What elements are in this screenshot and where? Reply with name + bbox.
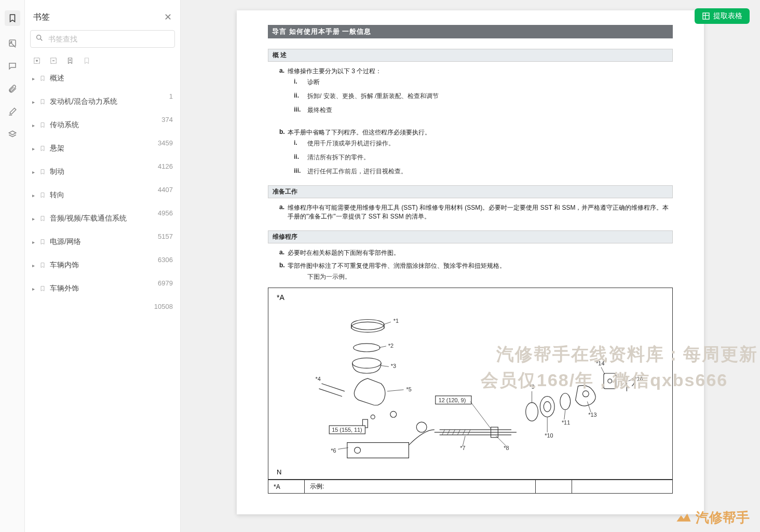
bookmark-label: 发动机/混合动力系统 <box>50 97 173 106</box>
bookmark-icon <box>39 238 47 245</box>
attachment-icon[interactable] <box>7 83 18 94</box>
bookmark-item[interactable]: ▸ 传动系统 <box>30 117 175 133</box>
signature-icon[interactable] <box>7 106 18 117</box>
proc-b-sub: 下图为一示例。 <box>307 272 351 281</box>
svg-line-61 <box>587 402 591 413</box>
svg-text:*5: *5 <box>406 386 411 392</box>
bookmark-label: 传动系统 <box>50 120 173 130</box>
bookmark-icon <box>39 75 47 82</box>
add-bookmark-icon[interactable] <box>32 56 42 65</box>
svg-point-29 <box>582 391 589 397</box>
bookmark-icon <box>39 262 47 269</box>
bookmark-label: 概述 <box>50 74 173 83</box>
bookmark-tree: ▸ 概述 1 ▸ 发动机/混合动力系统 374 ▸ 传动系统 3459 ▸ 悬架… <box>30 71 175 525</box>
prep-a: 维修程序中有可能需要使用维修专用工具 (SST) 和维修专用材料 (SSM)。必… <box>288 203 673 221</box>
svg-point-16 <box>416 422 427 432</box>
layers-icon[interactable] <box>7 129 18 140</box>
bookmark-label: 车辆外饰 <box>50 284 173 293</box>
remove-bookmark-icon[interactable] <box>49 56 58 65</box>
svg-rect-30 <box>604 373 616 389</box>
item-b-iii: 进行任何工作前后，进行目视检查。 <box>307 167 407 176</box>
svg-line-53 <box>381 365 389 366</box>
bookmark-icon <box>39 215 47 222</box>
bookmark-icon <box>39 285 47 292</box>
item-a-text: 维修操作主要分为以下 3 个过程： <box>288 67 673 76</box>
bookmark-icon[interactable] <box>5 10 20 26</box>
proc-a: 必要时在相关标题的下面附有零部件图。 <box>288 249 673 257</box>
item-a-iii: 最终检查 <box>307 106 332 115</box>
svg-text:*13: *13 <box>588 412 596 418</box>
bookmark-item[interactable]: ▸ 制动 <box>30 164 175 180</box>
bookmark-item[interactable]: ▸ 概述 <box>30 71 175 86</box>
page-header-bar: 导言 如何使用本手册 一般信息 <box>268 25 673 38</box>
brand-watermark: 汽修帮手 <box>675 509 750 527</box>
bookmark-item[interactable]: ▸ 车辆外饰 <box>30 281 175 296</box>
svg-point-25 <box>526 403 538 421</box>
svg-text:12 (120, 9): 12 (120, 9) <box>439 397 466 403</box>
document-viewport[interactable]: 提取表格 导言 如何使用本手册 一般信息 概 述 a.维修操作主要分为以下 3 … <box>181 0 760 532</box>
bookmark-label: 音频/视频/车载通信系统 <box>50 214 173 223</box>
comment-icon[interactable] <box>7 60 18 72</box>
chevron-right-icon: ▸ <box>32 286 38 292</box>
chevron-right-icon: ▸ <box>32 76 38 81</box>
bookmark-label: 制动 <box>50 167 173 176</box>
svg-text:*6: *6 <box>331 447 336 454</box>
svg-line-63 <box>628 379 632 381</box>
svg-line-54 <box>387 390 404 391</box>
bookmark-item[interactable]: ▸ 发动机/混合动力系统 <box>30 94 175 110</box>
bookmark-label: 悬架 <box>50 144 173 153</box>
search-box <box>30 30 175 48</box>
close-icon[interactable]: ✕ <box>164 11 172 23</box>
svg-point-15 <box>355 447 361 454</box>
svg-text:15 (155, 11): 15 (155, 11) <box>332 427 362 433</box>
chevron-right-icon: ▸ <box>32 99 38 105</box>
svg-point-27 <box>544 402 551 412</box>
svg-line-57 <box>496 436 506 446</box>
svg-point-26 <box>540 397 554 417</box>
legend-col2: 示例: <box>305 480 536 494</box>
bookmark-icon <box>39 98 47 105</box>
bookmark-item[interactable]: ▸ 音频/视频/车载通信系统 <box>30 211 175 226</box>
extract-table-button[interactable]: 提取表格 <box>695 8 750 24</box>
svg-point-31 <box>608 379 612 383</box>
svg-point-9 <box>352 358 381 369</box>
svg-line-64 <box>470 402 491 429</box>
svg-text:*11: *11 <box>562 419 570 426</box>
chevron-right-icon: ▸ <box>32 169 38 175</box>
bookmark-toolbar <box>30 53 175 71</box>
item-b-i: 使用千斤顶或举升机进行操作。 <box>307 139 395 148</box>
exploded-view-svg: *1 *2 *3 *4 *5 *6 *7 *8 *9 *10 *11 12 (1… <box>277 296 664 471</box>
svg-point-7 <box>351 322 384 332</box>
chevron-right-icon: ▸ <box>32 263 38 268</box>
section-bar: 概 述 <box>268 49 673 62</box>
section-bar: 维修程序 <box>268 230 673 243</box>
bookmark-icon <box>39 192 47 199</box>
legend-col1: *A <box>268 480 305 494</box>
bookmark-icon <box>39 121 47 129</box>
chevron-right-icon: ▸ <box>32 146 38 152</box>
bookmark-item[interactable]: ▸ 电源/网络 <box>30 234 175 250</box>
section-bar: 准备工作 <box>268 185 673 198</box>
bookmark-page: 10508 <box>30 303 175 310</box>
svg-line-51 <box>383 322 391 324</box>
svg-line-11 <box>319 389 342 397</box>
svg-point-2 <box>37 35 41 39</box>
bookmark-add-icon[interactable] <box>65 56 75 65</box>
diagram-footer-n: N <box>277 468 281 476</box>
search-input[interactable] <box>30 30 175 48</box>
bookmark-item[interactable]: ▸ 转向 <box>30 187 175 203</box>
svg-line-62 <box>601 367 605 374</box>
bookmark-item[interactable]: ▸ 车辆内饰 <box>30 257 175 273</box>
svg-text:*14: *14 <box>596 360 604 366</box>
chevron-right-icon: ▸ <box>32 239 38 245</box>
panel-title: 书签 <box>33 12 50 23</box>
bookmark-item[interactable]: ▸ 悬架 <box>30 141 175 156</box>
bookmark-label: 电源/网络 <box>50 237 173 247</box>
pdf-page: 导言 如何使用本手册 一般信息 概 述 a.维修操作主要分为以下 3 个过程： … <box>237 10 704 514</box>
svg-point-28 <box>560 393 571 410</box>
svg-rect-5 <box>703 13 709 19</box>
svg-text:*2: *2 <box>388 343 393 349</box>
bookmark-icon <box>39 145 47 152</box>
thumbnails-icon[interactable] <box>7 37 18 49</box>
legend-table: *A 示例: <box>268 480 673 494</box>
